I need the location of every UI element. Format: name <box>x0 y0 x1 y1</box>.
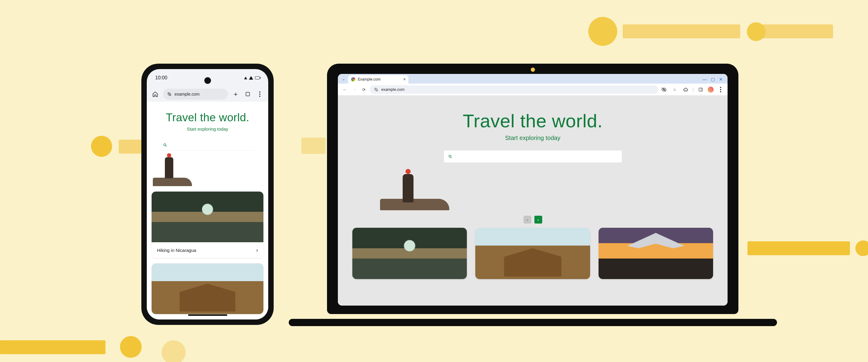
window-close-icon[interactable]: ✕ <box>719 77 723 82</box>
card-label-row: Hiking in Nicaragua › <box>152 242 264 258</box>
phone-home-indicator[interactable] <box>188 314 227 316</box>
window-controls: — ▢ ✕ <box>703 77 725 84</box>
carousel-nav: ‹ › <box>352 210 713 228</box>
new-tab-icon[interactable]: ＋ <box>231 90 240 98</box>
svg-rect-4 <box>375 88 376 89</box>
tabs-icon[interactable] <box>244 90 252 98</box>
tab-strip: ⌄ Example.com ✕ <box>340 75 408 84</box>
svg-rect-7 <box>699 88 703 91</box>
laptop-webcam <box>531 67 535 72</box>
side-panel-icon[interactable] <box>697 86 705 93</box>
overflow-menu-icon[interactable] <box>717 86 724 93</box>
browser-tab[interactable]: Example.com ✕ <box>348 75 408 84</box>
tab-search-chevron-icon[interactable]: ⌄ <box>340 76 347 82</box>
hero-search-input[interactable] <box>160 140 255 150</box>
site-settings-icon <box>167 92 172 96</box>
reload-icon[interactable]: ⟳ <box>360 86 368 93</box>
wifi-icon <box>244 77 247 79</box>
deco-circle <box>91 136 112 157</box>
carousel-next-button[interactable]: › <box>534 216 542 224</box>
hero-hiker-graphic <box>165 157 173 178</box>
hero-subtitle: Start exploring today <box>505 135 560 141</box>
bookmark-star-icon[interactable]: ☆ <box>671 86 679 93</box>
carousel-card-cabin[interactable] <box>475 228 590 279</box>
hero-subtitle: Start exploring today <box>187 127 228 132</box>
laptop-device-frame: ⌄ Example.com ✕ — ▢ ✕ ← → ⟳ <box>327 64 738 326</box>
tab-title: Example.com <box>358 77 381 81</box>
destination-card[interactable] <box>152 263 264 314</box>
chevron-right-icon: › <box>256 247 258 253</box>
extensions-puzzle-icon[interactable] <box>682 86 689 93</box>
status-time: 10:00 <box>155 75 167 81</box>
home-icon[interactable] <box>151 90 159 98</box>
carousel-card-waterfall[interactable] <box>352 228 467 279</box>
hero-title: Travel the world. <box>463 110 602 132</box>
hero-section: Travel the world. Start exploring today <box>338 95 727 210</box>
carousel-prev-button[interactable]: ‹ <box>524 216 531 224</box>
svg-rect-0 <box>168 93 169 94</box>
search-icon <box>163 143 167 147</box>
incognito-eye-icon[interactable] <box>660 86 668 93</box>
search-icon <box>448 155 453 159</box>
deco-bar <box>747 241 850 255</box>
deco-circle <box>588 17 617 46</box>
deco-circle <box>161 340 186 362</box>
browser-toolbar: ← → ⟳ example.com ☆ | <box>338 84 727 95</box>
deco-circle <box>855 241 868 256</box>
back-icon[interactable]: ← <box>341 86 349 93</box>
deco-bar <box>623 24 740 38</box>
laptop-screen: ⌄ Example.com ✕ — ▢ ✕ ← → ⟳ <box>338 74 727 306</box>
favicon-icon <box>351 77 355 81</box>
card-image-waterfall <box>152 192 264 242</box>
tab-close-icon[interactable]: ✕ <box>403 77 406 81</box>
deco-bar <box>0 340 105 354</box>
address-bar[interactable]: example.com <box>370 85 658 94</box>
hero-title: Travel the world. <box>166 111 249 124</box>
destination-card[interactable]: Hiking in Nicaragua › <box>152 192 264 258</box>
deco-circle <box>747 22 766 41</box>
hero-cliff-graphic <box>380 199 450 210</box>
svg-point-8 <box>449 155 451 157</box>
phone-url-text: example.com <box>175 92 199 96</box>
overflow-menu-icon[interactable] <box>255 90 264 98</box>
toolbar-divider: | <box>692 87 694 92</box>
carousel-section: ‹ › <box>338 210 727 306</box>
status-icons <box>244 76 260 80</box>
cards-list: Hiking in Nicaragua › <box>147 186 268 319</box>
svg-rect-5 <box>376 90 378 91</box>
window-minimize-icon[interactable]: — <box>703 77 707 82</box>
svg-rect-1 <box>170 94 171 95</box>
phone-screen: 10:00 example.com ＋ <box>147 69 268 319</box>
page-content: Travel the world. Start exploring today … <box>338 95 727 306</box>
deco-circle <box>120 336 142 358</box>
hero-cliff-graphic <box>153 178 192 186</box>
card-image-cabin <box>152 263 264 314</box>
phone-page-content: Travel the world. Start exploring today … <box>147 102 268 319</box>
site-settings-icon <box>374 87 378 92</box>
browser-titlebar: ⌄ Example.com ✕ — ▢ ✕ <box>338 74 727 84</box>
toolbar-actions: ☆ | <box>660 86 724 93</box>
hero-search-input[interactable] <box>444 150 622 163</box>
carousel-card-airplane[interactable] <box>598 228 713 279</box>
window-maximize-icon[interactable]: ▢ <box>711 77 715 82</box>
svg-point-3 <box>164 144 166 146</box>
phone-device-frame: 10:00 example.com ＋ <box>141 64 274 325</box>
battery-icon <box>255 76 260 79</box>
hero-section: Travel the world. Start exploring today <box>147 102 268 186</box>
deco-bar <box>301 138 326 154</box>
phone-camera-notch <box>204 77 211 84</box>
signal-icon <box>249 76 253 80</box>
profile-avatar[interactable] <box>708 87 714 93</box>
svg-rect-2 <box>246 92 250 96</box>
forward-icon[interactable]: → <box>350 86 358 93</box>
phone-address-bar[interactable]: example.com <box>163 89 228 100</box>
url-text: example.com <box>381 87 404 92</box>
card-title: Hiking in Nicaragua <box>157 248 196 253</box>
deco-bar <box>761 24 833 38</box>
carousel-row <box>352 228 713 279</box>
laptop-base <box>289 319 777 326</box>
hero-hiker-graphic <box>403 174 413 202</box>
phone-browser-toolbar: example.com ＋ <box>147 87 268 102</box>
